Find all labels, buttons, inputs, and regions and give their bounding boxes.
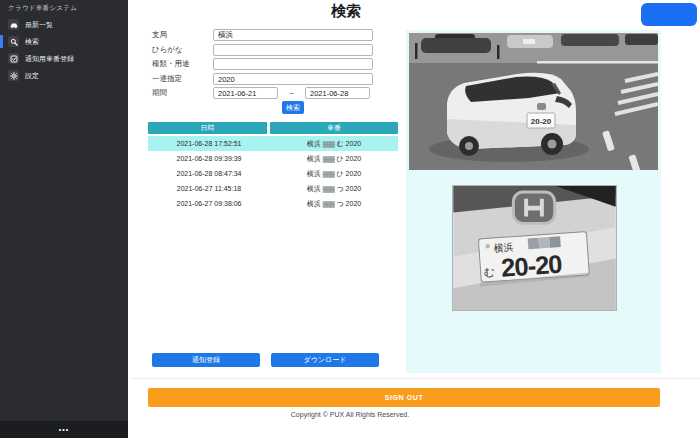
period-label: 期間 xyxy=(152,88,213,98)
photo-panel: 20-20 横浜 xyxy=(406,30,661,373)
search-submit-button[interactable]: 検索 xyxy=(282,101,304,114)
plate-region: 横浜 xyxy=(307,170,321,177)
plate-masked: ▓▓▓ xyxy=(323,155,335,161)
row-datetime: 2021-06-27 11:45:18 xyxy=(148,185,270,192)
plate-masked: ▓▓▓ xyxy=(323,170,335,176)
sidebar-item-label: 設定 xyxy=(25,71,39,81)
sidebar-menu: 最新一覧 検索 通知用車番登録 設定 xyxy=(0,17,128,85)
row-datetime: 2021-06-28 09:39:39 xyxy=(148,155,270,162)
sidebar-more-button[interactable]: ••• xyxy=(0,421,128,438)
page-title: 検索 xyxy=(146,2,546,21)
form-row-hiragana: ひらがな xyxy=(152,44,373,56)
plate-region-text: 横浜 xyxy=(493,241,514,253)
column-plate: 車番 xyxy=(270,122,398,134)
table-row[interactable]: 2021-06-27 09:38:06 横浜▓▓▓つ2020 xyxy=(148,196,398,211)
search-icon xyxy=(8,36,19,47)
type-use-input[interactable] xyxy=(213,58,373,70)
form-row-period: 期間 ~ xyxy=(152,87,370,99)
plate-region: 横浜 xyxy=(307,140,321,147)
plate-number: 2020 xyxy=(346,140,362,147)
footer-divider xyxy=(130,378,700,379)
plate-region: 横浜 xyxy=(307,155,321,162)
table-row[interactable]: 2021-06-28 09:39:39 横浜▓▓▓ひ2020 xyxy=(148,151,398,166)
form-row-type-use: 種類・用途 xyxy=(152,58,373,70)
plate-kana: ひ xyxy=(336,155,343,162)
download-button[interactable]: ダウンロード xyxy=(271,353,379,367)
gear-icon xyxy=(8,70,19,81)
header-blue-button[interactable] xyxy=(641,3,697,26)
table-row[interactable]: 2021-06-27 11:45:18 横浜▓▓▓つ2020 xyxy=(148,181,398,196)
copyright-text: Copyright © PUX All Rights Reserved. xyxy=(130,411,570,418)
row-datetime: 2021-06-28 08:47:34 xyxy=(148,170,270,177)
row-plate: 横浜▓▓▓つ2020 xyxy=(270,184,398,194)
branch-label: 支局 xyxy=(152,30,213,40)
period-tilde: ~ xyxy=(278,89,305,98)
type-use-label: 種類・用途 xyxy=(152,59,213,69)
serial-label: 一連指定 xyxy=(152,74,213,84)
serial-input[interactable] xyxy=(213,73,373,85)
row-datetime: 2021-06-27 09:38:06 xyxy=(148,200,270,207)
plate-masked-area xyxy=(528,236,561,249)
form-row-branch: 支局 xyxy=(152,29,373,41)
plate-region: 横浜 xyxy=(307,200,321,207)
plate-number: 2020 xyxy=(346,155,362,162)
plate-photo: 横浜 む 20-20 xyxy=(452,185,617,311)
sidebar-item-label: 通知用車番登録 xyxy=(25,54,74,64)
sidebar-item-notify-register[interactable]: 通知用車番登録 xyxy=(0,51,128,66)
period-to-input[interactable] xyxy=(305,87,370,99)
plate-number: 2020 xyxy=(346,170,362,177)
results-table: 日時 車番 2021-06-28 17:52:51 横浜▓▓▓む2020 202… xyxy=(148,122,398,211)
table-row[interactable]: 2021-06-28 17:52:51 横浜▓▓▓む2020 xyxy=(148,136,398,151)
plate-kana: つ xyxy=(336,200,343,207)
sidebar-item-settings[interactable]: 設定 xyxy=(0,68,128,83)
branch-input[interactable] xyxy=(213,29,373,41)
sidebar-item-search[interactable]: 検索 xyxy=(0,34,128,49)
sidebar-item-latest-list[interactable]: 最新一覧 xyxy=(0,17,128,32)
row-plate: 横浜▓▓▓ひ2020 xyxy=(270,169,398,179)
form-row-serial: 一連指定 xyxy=(152,73,373,85)
period-from-input[interactable] xyxy=(213,87,278,99)
hiragana-label: ひらがな xyxy=(152,45,213,55)
sidebar: クラウド車番システム 最新一覧 検索 通知用車番登録 xyxy=(0,0,128,438)
plate-number: 2020 xyxy=(346,200,362,207)
plate-kana-text: む xyxy=(483,265,495,278)
results-body: 2021-06-28 17:52:51 横浜▓▓▓む2020 2021-06-2… xyxy=(148,136,398,211)
sidebar-item-label: 検索 xyxy=(25,37,39,47)
row-plate: 横浜▓▓▓む2020 xyxy=(270,139,398,149)
notify-register-button[interactable]: 通知登録 xyxy=(152,353,260,367)
plate-kana: む xyxy=(336,140,343,147)
car-photo: 20-20 xyxy=(409,33,658,170)
sidebar-item-label: 最新一覧 xyxy=(25,20,53,30)
car-icon xyxy=(8,19,19,30)
row-datetime: 2021-06-28 17:52:51 xyxy=(148,140,270,147)
plate-region: 横浜 xyxy=(307,185,321,192)
results-header: 日時 車番 xyxy=(148,122,398,134)
table-row[interactable]: 2021-06-28 08:47:34 横浜▓▓▓ひ2020 xyxy=(148,166,398,181)
hiragana-input[interactable] xyxy=(213,44,373,56)
row-plate: 横浜▓▓▓つ2020 xyxy=(270,199,398,209)
row-plate: 横浜▓▓▓ひ2020 xyxy=(270,154,398,164)
car-plate-text: 20-20 xyxy=(531,117,552,126)
ellipsis-icon: ••• xyxy=(59,426,69,433)
app-window: クラウド車番システム 最新一覧 検索 通知用車番登録 xyxy=(0,0,700,438)
honda-emblem-icon xyxy=(513,192,554,223)
plate-masked: ▓▓▓ xyxy=(323,185,335,191)
sign-out-button[interactable]: SIGN OUT xyxy=(148,388,660,407)
plate-masked: ▓▓▓ xyxy=(323,200,335,206)
plate-masked: ▓▓▓ xyxy=(323,140,335,146)
register-icon xyxy=(8,53,19,64)
app-title: クラウド車番システム xyxy=(8,4,77,13)
plate-kana: ひ xyxy=(336,170,343,177)
plate-kana: つ xyxy=(336,185,343,192)
column-datetime: 日時 xyxy=(148,122,267,134)
plate-number: 2020 xyxy=(346,185,362,192)
